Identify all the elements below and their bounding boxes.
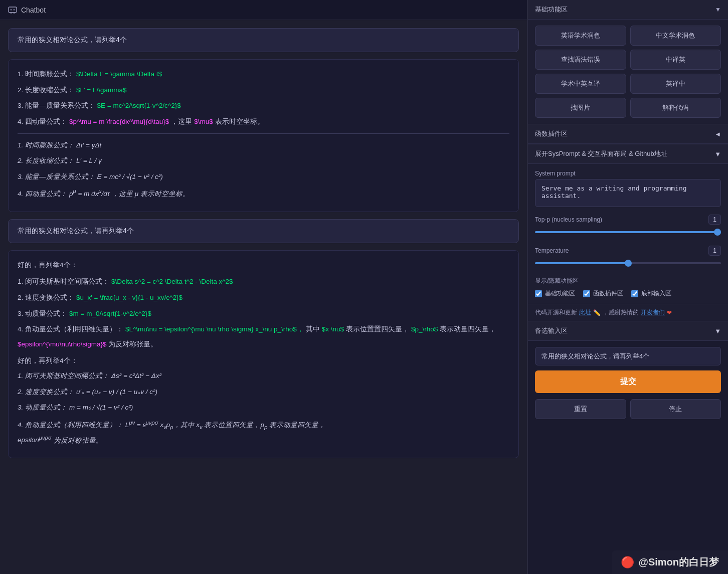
checkbox-plugin-input[interactable] — [583, 290, 590, 297]
top-p-label: Top-p (nucleus sampling) — [535, 216, 602, 223]
sysprompt-body: System prompt Top-p (nucleus sampling) 1… — [528, 164, 728, 304]
formula-item: 2. 速度变换公式： $u_x' = \frac{u_x - v}{1 - u_… — [18, 291, 509, 304]
assistant-message-1: 1. 时间膨胀公式： $\Delta t' = \gamma \Delta t$… — [8, 59, 519, 212]
watermark: 🔴 @Simon的白日梦 — [612, 550, 728, 574]
system-prompt-input[interactable] — [535, 179, 721, 207]
backup-section: 备选输入区 ▼ 提交 重置 停止 — [528, 321, 728, 425]
svg-point-2 — [14, 9, 15, 10]
formula-item: 1. 时间膨胀公式： $\Delta t' = \gamma \Delta t$ — [18, 68, 509, 81]
bottom-buttons: 重置 停止 — [535, 399, 721, 419]
checkbox-basic-functions-input[interactable] — [535, 290, 542, 297]
rendered-formula-item: 3. 能量—质量关系公式：E = mc² / √(1 − v² / c²) — [18, 170, 509, 183]
rendered-formula-item: 4. 角动量公式（利用四维矢量）： Lμν = εμνρσ xνpρ，其中 xν… — [18, 417, 509, 447]
pencil-icon: ✏️ — [593, 309, 601, 316]
header-bar: Chatbot — [0, 0, 527, 20]
checkbox-plugin[interactable]: 函数插件区 — [583, 289, 623, 298]
svg-rect-0 — [9, 7, 17, 13]
btn-chinese-polish[interactable]: 中文学术润色 — [630, 26, 721, 46]
user-message-2: 常用的狭义相对论公式，请再列举4个 — [8, 219, 519, 243]
right-panel: 基础功能区 ▼ 英语学术润色 中文学术润色 查找语法错误 中译英 学术中英互译 … — [527, 0, 728, 574]
btn-zh-to-en[interactable]: 中译英 — [630, 50, 721, 70]
credits-row: 代码开源和更新 此址 ✏️ ，感谢热情的 开发者们 ❤ — [528, 304, 728, 321]
backup-arrow: ▼ — [714, 327, 721, 335]
top-p-row: Top-p (nucleus sampling) 1 — [535, 215, 721, 225]
rendered-formula-item: 2. 速度变换公式：u′ₓ = (uₓ − v) / (1 − uₓv / c²… — [18, 386, 509, 399]
backup-body: 提交 重置 停止 — [528, 341, 728, 425]
btn-en-to-zh[interactable]: 英译中 — [630, 74, 721, 94]
top-p-container: Top-p (nucleus sampling) 1 — [535, 215, 721, 235]
temperature-container: Temperature 1 — [535, 246, 721, 266]
basic-functions-header: 基础功能区 ▼ — [528, 0, 728, 20]
chat-area: 常用的狭义相对论公式，请列举4个 1. 时间膨胀公式： $\Delta t' =… — [0, 20, 527, 574]
formula-item: 1. 闵可夫斯基时空间隔公式： $\Delta s^2 = c^2 \Delta… — [18, 275, 509, 288]
checkbox-row: 基础功能区 函数插件区 底部输入区 — [535, 289, 721, 298]
top-p-value: 1 — [708, 215, 721, 225]
plugin-section-arrow: ◄ — [714, 130, 721, 138]
visibility-section: 显示/隐藏功能区 基础功能区 函数插件区 底部输入区 — [535, 277, 721, 298]
plugin-section: 函数插件区 ◄ — [528, 124, 728, 144]
system-prompt-group: System prompt — [535, 170, 721, 209]
watermark-text: @Simon的白日梦 — [638, 555, 719, 569]
rendered-formula-item: 3. 动质量公式：m = m₀ / √(1 − v² / c²) — [18, 401, 509, 414]
temperature-value: 1 — [708, 246, 721, 256]
credits-link[interactable]: 此址 — [579, 308, 591, 317]
rendered-formula-item: 2. 长度收缩公式：L′ = L / γ — [18, 154, 509, 167]
backup-header[interactable]: 备选输入区 ▼ — [528, 321, 728, 341]
btn-find-image[interactable]: 找图片 — [535, 98, 626, 118]
reset-button[interactable]: 重置 — [535, 399, 626, 419]
sysprompt-section: 展开SysPrompt & 交互界面布局 & Github地址 ▼ System… — [528, 144, 728, 321]
temperature-slider[interactable] — [535, 262, 721, 264]
formula-item: 4. 角动量公式（利用四维矢量）： $L^\mu\nu = \epsilon^{… — [18, 323, 509, 350]
checkbox-basic-functions[interactable]: 基础功能区 — [535, 289, 575, 298]
sysprompt-arrow: ▼ — [714, 150, 721, 158]
btn-english-polish[interactable]: 英语学术润色 — [535, 26, 626, 46]
weibo-icon: 🔴 — [621, 556, 634, 569]
formula-list-raw-1: 1. 时间膨胀公式： $\Delta t' = \gamma \Delta t$… — [18, 68, 509, 128]
left-panel: Chatbot 常用的狭义相对论公式，请列举4个 1. 时间膨胀公式： $\De… — [0, 0, 527, 574]
temperature-row: Temperature 1 — [535, 246, 721, 256]
submit-button[interactable]: 提交 — [535, 370, 721, 393]
svg-point-1 — [11, 9, 12, 10]
basic-functions-grid: 英语学术润色 中文学术润色 查找语法错误 中译英 学术中英互译 英译中 找图片 … — [528, 20, 728, 124]
formula-item: 3. 能量—质量关系公式： $E = mc^2/\sqrt{1-v^2/c^2}… — [18, 99, 509, 112]
btn-academic-translate[interactable]: 学术中英互译 — [535, 74, 626, 94]
formula-list-raw-2: 1. 闵可夫斯基时空间隔公式： $\Delta s^2 = c^2 \Delta… — [18, 275, 509, 350]
rendered-formula-item: 1. 时间膨胀公式：Δt′ = γΔt — [18, 139, 509, 152]
contributors-link[interactable]: 开发者们 — [641, 308, 665, 317]
plugin-section-header[interactable]: 函数插件区 ◄ — [528, 124, 728, 144]
formula-item: 2. 长度收缩公式： $L' = L/\gamma$ — [18, 84, 509, 97]
user-message-1: 常用的狭义相对论公式，请列举4个 — [8, 28, 519, 52]
formula-list-rendered-1: 1. 时间膨胀公式：Δt′ = γΔt 2. 长度收缩公式：L′ = L / γ… — [18, 139, 509, 201]
formula-item: 4. 四动量公式： $p^\mu = m \frac{dx^\mu}{d\tau… — [18, 115, 509, 128]
btn-explain-code[interactable]: 解释代码 — [630, 98, 721, 118]
rendered-formula-item: 4. 四动量公式：pμ = m dxμ/dτ，这里 μ 表示时空坐标。 — [18, 186, 509, 200]
visibility-label: 显示/隐藏功能区 — [535, 277, 721, 285]
sysprompt-header[interactable]: 展开SysPrompt & 交互界面布局 & Github地址 ▼ — [528, 144, 728, 164]
checkbox-input-area[interactable]: 底部输入区 — [631, 289, 671, 298]
system-prompt-label: System prompt — [535, 170, 721, 177]
backup-input[interactable] — [535, 347, 721, 365]
stop-button[interactable]: 停止 — [630, 399, 721, 419]
chatbot-icon — [8, 6, 17, 15]
formula-item: 3. 动质量公式： $m = m_0/\sqrt{1-v^2/c^2}$ — [18, 307, 509, 320]
app-title: Chatbot — [21, 6, 46, 14]
top-p-slider[interactable] — [535, 231, 721, 233]
assistant-message-2: 好的，再列举4个： 1. 闵可夫斯基时空间隔公式： $\Delta s^2 = … — [8, 250, 519, 458]
btn-grammar-check[interactable]: 查找语法错误 — [535, 50, 626, 70]
rendered-formula-item: 1. 闵可夫斯基时空间隔公式：Δs² = c²Δt² − Δx² — [18, 369, 509, 382]
temperature-label: Temperature — [535, 247, 569, 254]
heart-icon: ❤ — [667, 309, 672, 316]
basic-functions-arrow: ▼ — [715, 6, 721, 13]
formula-list-rendered-2: 1. 闵可夫斯基时空间隔公式：Δs² = c²Δt² − Δx² 2. 速度变换… — [18, 369, 509, 447]
divider — [18, 133, 509, 134]
checkbox-input-area-input[interactable] — [631, 290, 638, 297]
